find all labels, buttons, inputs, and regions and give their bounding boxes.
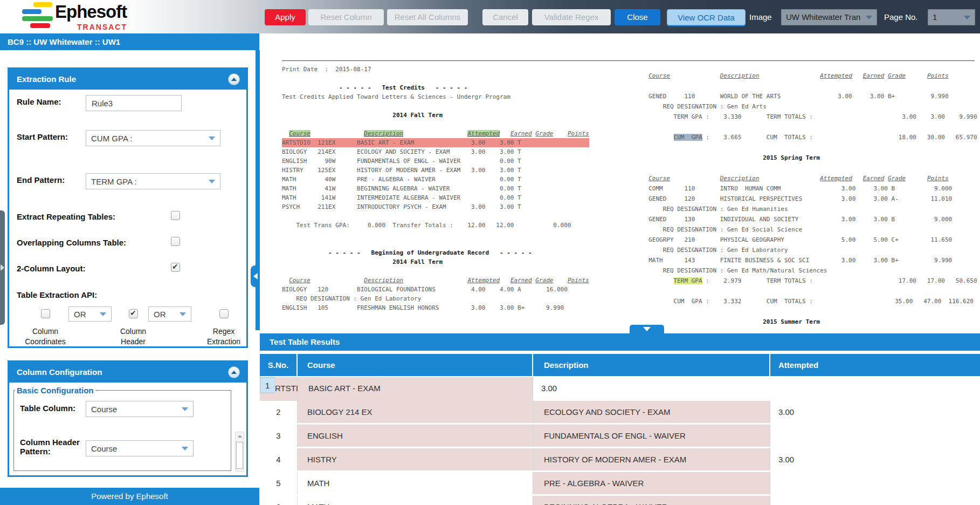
sno-cell: 2: [260, 401, 298, 423]
left-edge-expand-tab[interactable]: [0, 210, 5, 325]
start-pattern-value: CUM GPA :: [91, 134, 132, 143]
chevron-up-icon: [231, 78, 237, 81]
extraction-rule-header: Extraction Rule: [9, 69, 246, 90]
extraction-rule-title: Extraction Rule: [17, 74, 76, 84]
doc-line: Course Description Attempted Earned Grad…: [282, 129, 589, 138]
cancel-button[interactable]: Cancel: [482, 9, 528, 25]
logo-bar-yellow: [33, 2, 52, 7]
column-header-checkbox[interactable]: [129, 309, 138, 318]
column-header-pattern-label: Column Header Pattern:: [20, 438, 80, 456]
page-no-select[interactable]: 1: [928, 9, 975, 25]
triangle-right-icon: [1, 264, 4, 271]
logo-sub-text: TRANSACT: [77, 23, 127, 31]
doc-line: GEOGRPY 210 PHYSICAL GEOGRAPHY 5.00 5.00…: [641, 235, 977, 245]
column-configuration-header: Column Configuration: [9, 362, 246, 383]
chevron-down-icon: [209, 137, 215, 140]
page-no-select-value: 1: [933, 10, 937, 25]
scroll-up-button[interactable]: [236, 432, 244, 440]
column-header-pattern-select[interactable]: Course: [86, 440, 194, 456]
two-column-layout-checkbox[interactable]: [171, 263, 180, 272]
close-button[interactable]: Close: [615, 9, 660, 25]
sidebar-collapse-handle[interactable]: [251, 265, 260, 287]
collapse-panel-button[interactable]: [228, 73, 240, 85]
column-coordinates-checkbox[interactable]: [41, 309, 50, 318]
doc-line: [282, 239, 589, 248]
overlapping-columns-table-checkbox[interactable]: [171, 237, 180, 246]
table-row[interactable]: 6MATHBEGINNING ALGEBRA - WAIVER: [260, 496, 980, 505]
start-pattern-label: Start Pattern:: [17, 132, 68, 141]
doc-line: REQ DESIGNATION : Gen Ed Social Science: [641, 224, 977, 235]
doc-line: 2014 Fall Term: [282, 111, 589, 120]
doc-line: REQ DESIGNATION : Gen Ed Laboratory: [282, 294, 589, 303]
regex-extraction-checkbox[interactable]: [219, 309, 229, 318]
rule-name-label: Rule Name:: [17, 97, 61, 106]
start-pattern-select[interactable]: CUM GPA :: [86, 130, 220, 146]
course-cell: MATH: [298, 496, 533, 505]
extraction-rule-panel: Extraction Rule Rule Name: Start Pattern…: [8, 67, 248, 348]
doc-line: REQ DESIGNATION : Gen Ed Humanities: [641, 204, 977, 214]
table-row[interactable]: 5MATHPRE - ALGEBRA - WAIVER: [260, 472, 980, 494]
logo-brand-text: Ephesoft: [55, 2, 127, 22]
doc-line: MATH 141W INTERMEDIATE ALGEBRA - WAIVER …: [282, 193, 589, 202]
doc-line: [641, 163, 977, 173]
doc-line: [641, 81, 977, 91]
doc-line: MATH 143 FINITE BUSINESS & SOC SCI 3.00 …: [641, 255, 977, 265]
or-select-1-value: OR: [74, 310, 86, 319]
sidebar-divider: [256, 50, 260, 330]
apply-button[interactable]: Apply: [265, 9, 306, 25]
attempted-cell: 3.00: [770, 401, 980, 423]
results-collapse-tab[interactable]: [630, 325, 664, 333]
results-panel-header: Test Table Results: [260, 333, 980, 351]
document-viewer[interactable]: Print Date : 2015-08-17 - - - - - Test C…: [260, 50, 980, 330]
basic-configuration-legend: Basic Configuration: [15, 386, 95, 395]
reset-column-button[interactable]: Reset Column: [308, 9, 384, 25]
triangle-up-icon: [238, 435, 242, 438]
table-row[interactable]: 3ENGLISHFUNDAMENTALS OF ENGL - WAIVER: [260, 425, 980, 447]
rule-name-input[interactable]: [86, 95, 182, 111]
sno-cell: 1: [260, 377, 275, 393]
results-body: 1ARTSTDIO 121 EXBASIC ART - EXAM3.002BIO…: [260, 377, 980, 505]
or-select-1[interactable]: OR: [68, 306, 112, 322]
course-cell: ENGLISH: [298, 425, 533, 447]
doc-line: CUM GPA : 3.332 CUM TOTALS : 35.00 47.00…: [641, 296, 977, 306]
breadcrumb: BC9 :: UW Whitewater :: UW1: [0, 33, 259, 50]
collapse-panel-button[interactable]: [228, 366, 240, 378]
description-cell: BEGINNING ALGEBRA - WAIVER: [533, 496, 770, 505]
course-cell: HISTRY: [298, 448, 533, 470]
column-header-pattern-value: Course: [91, 444, 117, 453]
sno-cell: 3: [260, 425, 298, 447]
end-pattern-label: End Pattern:: [17, 175, 65, 185]
scrollbar-thumb[interactable]: [236, 442, 243, 469]
doc-line: [282, 74, 589, 83]
doc-line: [282, 211, 589, 221]
table-row[interactable]: 1ARTSTDIO 121 EXBASIC ART - EXAM3.00: [260, 377, 980, 399]
table-row[interactable]: 2BIOLOGY 214 EXECOLOGY AND SOCIETY - EXA…: [260, 401, 980, 423]
or-select-2[interactable]: OR: [148, 306, 191, 322]
chevron-down-icon: [209, 180, 215, 183]
attempted-cell: 3.00: [770, 448, 980, 470]
doc-line: GENED 120 HISTORICAL PERSPECTIVES 3.00 3…: [641, 194, 977, 204]
doc-line: ENGLISH 105 FRESHMAN ENGLISH HONORS 3.00…: [282, 303, 589, 312]
doc-line: MATH 40W PRE - ALGEBRA - WAIVER 0.00 T: [282, 175, 589, 184]
end-pattern-select[interactable]: TERM GPA :: [86, 173, 220, 189]
view-ocr-data-button[interactable]: View OCR Data: [667, 9, 746, 25]
image-select[interactable]: UW Whitewater Tran: [781, 9, 877, 25]
table-row[interactable]: 4HISTRYHISTORY OF MODERN AMER - EXAM3.00: [260, 448, 980, 470]
panel-scrollbar[interactable]: [235, 432, 244, 472]
reset-all-columns-button[interactable]: Reset All Columns: [387, 9, 468, 25]
doc-line: [282, 120, 589, 129]
doc-column-right: Course Description Attempted Earned Grad…: [641, 71, 977, 327]
extract-repeating-tables-checkbox[interactable]: [171, 211, 180, 220]
table-column-select[interactable]: Course: [86, 401, 194, 417]
overlapping-columns-table-label: Overlapping Columns Table:: [17, 238, 126, 247]
sno-cell: 5: [260, 472, 298, 494]
table-extraction-api-label: Table Extraction API:: [17, 290, 97, 299]
description-cell: HISTORY OF MODERN AMER - EXAM: [533, 448, 770, 470]
doc-line: GENED 130 INDIVIDUAL AND SOCIETY 3.00 3.…: [641, 214, 977, 224]
doc-line: ENGLISH 90W FUNDAMENTALS OF ENGL - WAIVE…: [282, 156, 589, 166]
ephesoft-logo: Ephesoft TRANSACT: [8, 1, 148, 33]
doc-line: 2014 Fall Term: [282, 257, 589, 267]
validate-regex-button[interactable]: Validate Regex: [532, 9, 611, 25]
column-header-sno: S.No.: [260, 354, 298, 376]
regex-extraction-label: Regex Extraction: [197, 326, 251, 347]
